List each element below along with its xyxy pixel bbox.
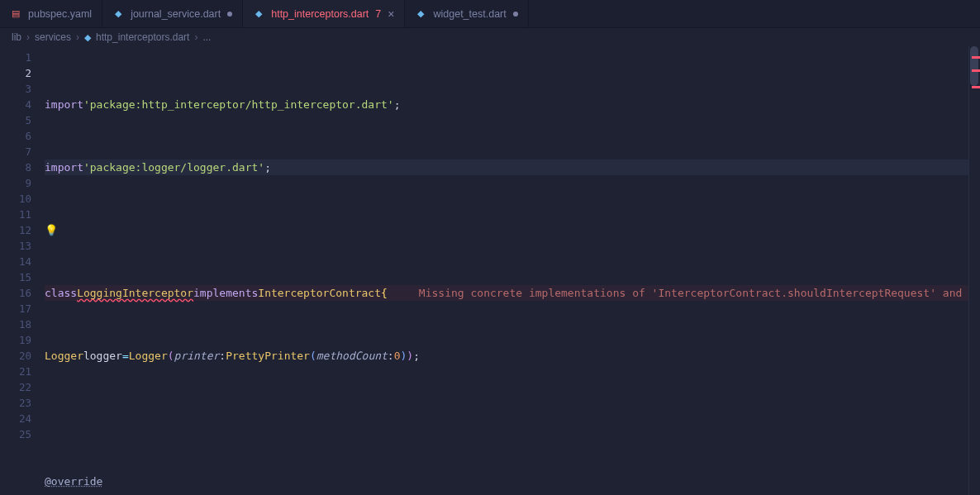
code-line[interactable]: Logger logger = Logger(printer: PrettyPr… [45,348,980,364]
dart-file-icon: ◆ [112,8,124,20]
tab-label: journal_service.dart [131,8,221,20]
tab-label: widget_test.dart [433,8,506,20]
tab-pubspec[interactable]: ▤ pubspec.yaml [0,0,102,27]
editor-tabs: ▤ pubspec.yaml ◆ journal_service.dart ◆ … [0,0,980,28]
crumb[interactable]: services [35,31,71,43]
code-line[interactable]: import 'package:http_interceptor/http_in… [45,97,980,112]
error-marker[interactable] [972,69,980,72]
modified-dot-icon [227,12,232,17]
code-line[interactable]: class LoggingInterceptor implements Inte… [45,285,980,301]
code-editor[interactable]: 1234567891011121314151617181920212223242… [0,46,980,495]
inline-error[interactable]: Missing concrete implementations of 'Int… [414,285,967,301]
crumb[interactable]: http_interceptors.dart [96,31,189,43]
minimap-scrollbar[interactable] [968,46,980,495]
tab-label: http_interceptors.dart [271,8,369,20]
tab-label: pubspec.yaml [28,8,92,20]
modified-dot-icon [513,12,518,17]
scrollbar-thumb[interactable] [970,46,978,86]
dart-file-icon: ◆ [253,8,264,20]
error-marker[interactable] [972,56,980,59]
breadcrumb[interactable]: lib › services › ◆ http_interceptors.dar… [0,28,980,46]
code-line[interactable]: 💡 [45,222,980,238]
dart-file-icon: ◆ [84,32,91,43]
error-count-badge: 7 [375,8,381,20]
chevron-right-icon: › [76,31,79,43]
crumb[interactable]: ... [202,31,211,43]
code-area[interactable]: import 'package:http_interceptor/http_in… [45,46,980,495]
chevron-right-icon: › [194,31,197,43]
error-marker[interactable] [972,86,980,88]
line-number-gutter: 1234567891011121314151617181920212223242… [0,46,45,495]
code-line[interactable]: @override [45,474,980,489]
close-icon[interactable]: × [388,8,394,20]
dart-file-icon: ◆ [415,8,426,20]
tab-journal-service[interactable]: ◆ journal_service.dart [102,0,243,27]
code-line[interactable]: import 'package:logger/logger.dart'; [45,159,980,175]
crumb[interactable]: lib [12,31,21,43]
chevron-right-icon: › [26,31,30,43]
tab-widget-test[interactable]: ◆ widget_test.dart [405,0,528,27]
code-line[interactable] [45,411,980,426]
lightbulb-icon[interactable]: 💡 [45,222,55,238]
yaml-file-icon: ▤ [10,8,21,20]
tab-http-interceptors[interactable]: ◆ http_interceptors.dart 7 × [243,0,405,27]
